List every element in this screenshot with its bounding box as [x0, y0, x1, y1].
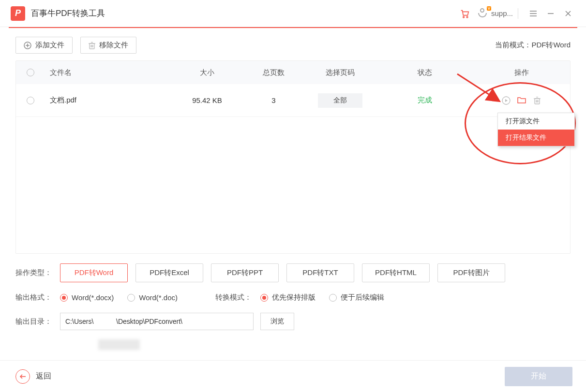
back-button[interactable]: 返回	[15, 369, 51, 384]
remove-file-label: 移除文件	[99, 41, 128, 50]
select-pages-button[interactable]: 全部	[318, 93, 362, 108]
type-pdf-word[interactable]: PDF转Word	[60, 263, 128, 282]
start-button[interactable]: 开始	[505, 367, 572, 386]
format-mode-row: 输出格式： Word(*.docx) Word(*.doc) 转换模式： 优先保…	[15, 293, 571, 302]
close-button[interactable]	[561, 6, 575, 21]
back-label: 返回	[36, 371, 51, 381]
radio-doc[interactable]: Word(*.doc)	[127, 293, 178, 302]
header-ops: 操作	[473, 68, 570, 77]
footer: 返回 开始	[0, 360, 586, 392]
type-pdf-html[interactable]: PDF转HTML	[362, 263, 430, 282]
type-pdf-image[interactable]: PDF转图片	[437, 263, 505, 282]
play-icon[interactable]	[502, 96, 511, 105]
type-pdf-ppt[interactable]: PDF转PPT	[211, 263, 279, 282]
open-folder-icon[interactable]	[517, 96, 526, 105]
divider	[518, 8, 518, 19]
cell-pages: 3	[243, 96, 304, 104]
cell-status: 完成	[376, 96, 473, 105]
select-all-checkbox[interactable]	[27, 69, 34, 76]
cart-icon[interactable]	[457, 6, 472, 21]
toolbar: 添加文件 移除文件 当前模式：PDF转Word	[0, 28, 586, 60]
table-row: 文档.pdf 95.42 KB 3 全部 完成	[16, 84, 570, 117]
add-file-button[interactable]: 添加文件	[15, 37, 73, 54]
header-status: 状态	[376, 68, 473, 77]
vip-badge: V	[487, 6, 491, 11]
type-pdf-excel[interactable]: PDF转Excel	[135, 263, 203, 282]
add-file-label: 添加文件	[35, 41, 64, 50]
options-panel: 操作类型： PDF转Word PDF转Excel PDF转PPT PDF转TXT…	[0, 254, 586, 330]
header-select-pages: 选择页码	[304, 68, 376, 77]
avatar-icon: V	[478, 8, 488, 19]
svg-point-0	[463, 16, 465, 17]
radio-keep-layout[interactable]: 优先保持排版	[260, 293, 316, 302]
convert-mode-label: 转换模式：	[215, 293, 252, 302]
header-size: 大小	[171, 68, 243, 77]
operation-type-row: 操作类型： PDF转Word PDF转Excel PDF转PPT PDF转TXT…	[15, 263, 571, 282]
output-dir-label: 输出目录：	[15, 317, 60, 326]
radio-easy-edit[interactable]: 便于后续编辑	[329, 293, 384, 302]
cell-name: 文档.pdf	[45, 96, 171, 105]
ctx-open-result[interactable]: 打开结果文件	[498, 130, 574, 146]
operation-type-label: 操作类型：	[15, 268, 60, 277]
output-format-label: 输出格式：	[15, 293, 60, 302]
user-chip[interactable]: V supp...	[478, 8, 513, 19]
minimize-button[interactable]	[543, 6, 558, 21]
app-logo: P	[11, 6, 25, 21]
menu-icon[interactable]	[526, 6, 541, 21]
current-mode: 当前模式：PDF转Word	[495, 41, 571, 50]
app-title: 百事牛PDF转换工具	[31, 8, 105, 19]
output-dir-input[interactable]	[60, 313, 254, 330]
cell-size: 95.42 KB	[171, 96, 243, 104]
header-pages: 总页数	[243, 68, 304, 77]
back-arrow-icon	[15, 369, 30, 384]
user-label: supp...	[491, 9, 513, 17]
header-name: 文件名	[45, 68, 171, 77]
table-header: 文件名 大小 总页数 选择页码 状态 操作	[16, 61, 570, 84]
output-dir-row: 输出目录： 浏览	[15, 313, 571, 330]
redacted-region	[98, 339, 140, 350]
titlebar: P 百事牛PDF转换工具 V supp...	[0, 0, 586, 27]
type-pdf-txt[interactable]: PDF转TXT	[286, 263, 354, 282]
browse-button[interactable]: 浏览	[260, 313, 294, 330]
context-menu: 打开源文件 打开结果文件	[497, 113, 575, 146]
remove-file-button[interactable]: 移除文件	[80, 37, 136, 54]
delete-icon[interactable]	[533, 96, 541, 105]
ctx-open-source[interactable]: 打开源文件	[498, 113, 574, 130]
file-table: 文件名 大小 总页数 选择页码 状态 操作 文档.pdf 95.42 KB 3 …	[15, 60, 571, 254]
radio-docx[interactable]: Word(*.docx)	[60, 293, 114, 302]
row-checkbox[interactable]	[27, 97, 34, 104]
svg-point-1	[466, 16, 468, 17]
